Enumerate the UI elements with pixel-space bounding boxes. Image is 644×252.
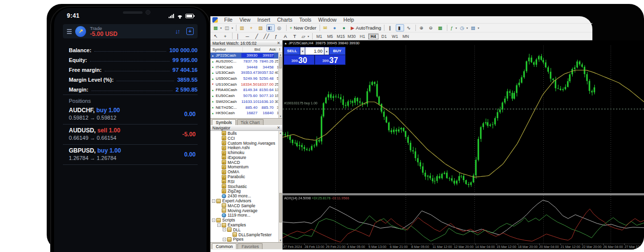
- tree-expander-icon[interactable]: −: [212, 219, 215, 222]
- navigator-item[interactable]: − Pipes: [210, 237, 282, 242]
- timeframe-button[interactable]: D1: [379, 33, 389, 39]
- navigator-item[interactable]: ƒ Custom Moving Averages: [210, 141, 282, 146]
- menu-item[interactable]: Tools: [296, 17, 315, 23]
- menu-item[interactable]: Charts: [274, 17, 296, 23]
- navigator-item[interactable]: ƒ ZigZag: [210, 189, 282, 194]
- navigator-toggle[interactable]: ▨: [257, 24, 265, 32]
- position-row[interactable]: GBPUSD, buy 1.00 1.26784 → 1.26784 0.00: [63, 145, 198, 165]
- fibonacci-tool[interactable]: ƒ: [272, 32, 281, 40]
- timeframe-button[interactable]: M1: [314, 33, 324, 39]
- menu-item[interactable]: Help: [340, 17, 358, 23]
- timeframe-button[interactable]: M5: [325, 33, 335, 39]
- navigator-item[interactable]: ƒ Momentum: [210, 165, 282, 170]
- navigator-item[interactable]: ƒ CCI: [210, 136, 282, 141]
- col-bid[interactable]: Bid: [242, 47, 260, 52]
- chart-area[interactable]: ▲JP225Cash,H4 39875 39945 39840 39930 SE…: [283, 40, 644, 250]
- navigator-item[interactable]: − DLL: [210, 227, 282, 232]
- market-watch-row[interactable]: ▲ US30Cash 39353.47 39357.52 405: [210, 70, 282, 76]
- position-row[interactable]: AUDUSD, sell 1.00 0.66149 → 0.66154 -5.0…: [63, 125, 198, 145]
- data-window-toggle[interactable]: +: [248, 24, 256, 32]
- navigator-item[interactable]: ƒ Bulls: [210, 131, 282, 136]
- community-icon[interactable]: ●: [331, 24, 340, 32]
- bar-chart-mode-button[interactable]: ∥: [386, 24, 395, 32]
- terminal-toggle[interactable]: ◧: [266, 24, 275, 32]
- market-watch-row[interactable]: ▲ JP225Cash 39930 39937 7: [210, 53, 282, 59]
- market-watch-row[interactable]: ▲ NETH25C... 885.40 885.70 30: [210, 104, 282, 110]
- tab-symbols[interactable]: Symbols: [212, 119, 236, 125]
- buy-button[interactable]: BUY: [329, 47, 345, 55]
- vertical-line-tool[interactable]: │: [234, 32, 243, 40]
- crosshair-tool[interactable]: +: [222, 32, 230, 40]
- buy-price[interactable]: 399 37: [315, 55, 345, 64]
- navigator-item[interactable]: ƒ OsMA: [210, 169, 282, 174]
- navigator-item[interactable]: ƒ RSI: [210, 179, 282, 184]
- market-watch-toggle[interactable]: ▥: [238, 24, 247, 32]
- timeframe-button[interactable]: MN: [401, 33, 411, 39]
- sell-button[interactable]: SELL: [284, 47, 300, 55]
- zoom-out-button[interactable]: ⊖: [427, 24, 436, 32]
- tree-expander-icon[interactable]: −: [223, 238, 226, 241]
- new-chart-button[interactable]: ▦: [212, 24, 223, 32]
- text-tool[interactable]: A: [282, 32, 290, 40]
- autotrading-button[interactable]: ▶AutoTrading: [350, 24, 382, 32]
- label-tool[interactable]: T: [291, 32, 299, 40]
- new-order-icon[interactable]: +: [186, 28, 194, 35]
- close-icon[interactable]: ✕: [277, 126, 280, 130]
- navigator-item[interactable]: − Expert Advisors: [210, 198, 282, 203]
- menu-item[interactable]: Insert: [254, 17, 274, 23]
- timeframe-button[interactable]: M15: [336, 33, 346, 39]
- navigator-scrollbar[interactable]: ▲▼: [278, 131, 282, 242]
- navigator-item[interactable]: 2430 more...: [210, 193, 282, 198]
- menu-icon[interactable]: [67, 29, 72, 34]
- col-spread[interactable]: !: [276, 47, 281, 52]
- mailbox-icon[interactable]: ✉: [322, 24, 330, 32]
- close-icon[interactable]: ✕: [277, 41, 280, 45]
- navigator-item[interactable]: 1119 more...: [210, 213, 282, 218]
- navigator-item[interactable]: − Scripts: [210, 218, 282, 222]
- market-watch-row[interactable]: ▲ SWI20Cash 11633.10 11636.10 300: [210, 99, 282, 105]
- mql5-globe-icon[interactable]: ●: [341, 24, 349, 32]
- navigator-item[interactable]: − Examples: [210, 222, 282, 227]
- tab-favorites[interactable]: Favorites: [237, 243, 263, 249]
- open-order-label[interactable]: #190103175 buy 1.00: [284, 101, 318, 105]
- timeframe-button[interactable]: M30: [347, 33, 357, 39]
- market-watch-row[interactable]: ▼ US100Cash 18334.50 18337.00 250: [210, 81, 282, 87]
- horizontal-line-tool[interactable]: ─: [244, 32, 252, 40]
- menu-item[interactable]: View: [236, 17, 254, 23]
- menu-item[interactable]: File: [221, 17, 236, 23]
- timeframe-button[interactable]: W1: [390, 33, 400, 39]
- tree-expander-icon[interactable]: −: [217, 223, 221, 227]
- market-watch-row[interactable]: ▲ HK50Cash 16827 16840 13: [210, 110, 282, 116]
- market-watch-row[interactable]: ▲ IT40Cash 34448 34458 10: [210, 64, 282, 70]
- navigator-item[interactable]: ƒ Parabolic: [210, 174, 282, 179]
- sell-price[interactable]: 399 30: [284, 55, 314, 64]
- navigator-item[interactable]: ƒ iExposure: [210, 155, 282, 160]
- volume-field[interactable]: 1.00: [305, 47, 324, 55]
- volume-down-stepper[interactable]: ▼: [300, 47, 305, 55]
- col-symbol[interactable]: Symbol: [211, 47, 242, 52]
- market-watch-row[interactable]: ▲ FRA40Cash 8149.34 8150.64 130: [210, 87, 282, 93]
- volume-up-stepper[interactable]: ▲: [324, 47, 329, 55]
- timeframe-button[interactable]: H4: [368, 33, 379, 39]
- market-watch-scrollbar[interactable]: ▲▼: [278, 53, 282, 118]
- new-order-button[interactable]: +New Order: [289, 24, 318, 32]
- channel-tool[interactable]: ╱╱: [263, 32, 271, 40]
- strategy-tester-toggle[interactable]: ◎: [276, 24, 284, 32]
- chart-collapse-icon[interactable]: ▲: [284, 42, 287, 45]
- candle-chart-mode-button[interactable]: ▮: [396, 24, 404, 32]
- sort-icon[interactable]: ↓↑: [175, 28, 179, 35]
- navigator-item[interactable]: ƒ Stochastic: [210, 184, 282, 189]
- cursor-tool[interactable]: ↖: [212, 32, 221, 40]
- tile-windows-button[interactable]: ▦: [437, 24, 445, 32]
- trendline-tool[interactable]: ╱: [253, 32, 262, 40]
- profiles-button[interactable]: ◫: [224, 24, 234, 32]
- navigator-item[interactable]: ƒ Heiken Ashi: [210, 145, 282, 150]
- navigator-item[interactable]: Moving Average: [210, 208, 282, 213]
- zoom-in-button[interactable]: ⊕: [418, 24, 426, 32]
- indicators-button[interactable]: ƒ: [449, 24, 458, 32]
- tab-tick-chart[interactable]: Tick Chart: [237, 119, 263, 125]
- shapes-tool[interactable]: ▱: [300, 32, 310, 40]
- navigator-item[interactable]: DLLSampleTester: [210, 232, 282, 237]
- navigator-item[interactable]: ƒ Ichimoku: [210, 150, 282, 155]
- tree-expander-icon[interactable]: −: [212, 199, 215, 203]
